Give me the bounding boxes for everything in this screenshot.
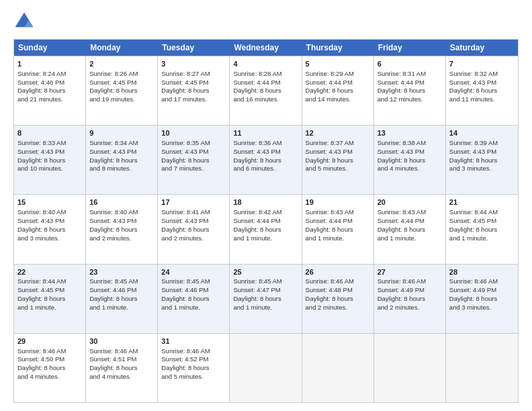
day-info-line: Sunset: 4:45 PM (17, 286, 82, 295)
day-number: 12 (306, 128, 370, 138)
day-info-line: and 5 minutes. (161, 373, 226, 381)
day-info-line: and 2 minutes. (89, 234, 154, 243)
day-info-line: Daylight: 8 hours (17, 87, 82, 95)
day-cell-19: 19Sunrise: 8:43 AMSunset: 4:44 PMDayligh… (302, 195, 374, 263)
calendar-body: 1Sunrise: 8:24 AMSunset: 4:46 PMDaylight… (14, 56, 518, 402)
day-info-line: Sunset: 4:45 PM (89, 79, 154, 87)
empty-cell (230, 334, 302, 402)
empty-cell (302, 334, 374, 402)
day-info-line: Daylight: 8 hours (449, 295, 515, 304)
day-info-line: Sunset: 4:43 PM (449, 148, 515, 156)
day-cell-7: 7Sunrise: 8:32 AMSunset: 4:43 PMDaylight… (446, 56, 518, 125)
day-info-line: and 7 minutes. (161, 165, 226, 173)
calendar-week-4: 22Sunrise: 8:44 AMSunset: 4:45 PMDayligh… (14, 264, 518, 333)
day-info-line: Sunset: 4:43 PM (161, 148, 226, 156)
day-info-line: and 1 minute. (17, 304, 82, 312)
day-info-line: Sunset: 4:44 PM (378, 79, 442, 87)
day-number: 24 (161, 267, 226, 277)
day-info-line: Sunrise: 8:26 AM (89, 70, 154, 79)
day-number: 16 (89, 197, 154, 208)
day-cell-28: 28Sunrise: 8:46 AMSunset: 4:49 PMDayligh… (446, 265, 518, 333)
day-info-line: Sunset: 4:44 PM (306, 79, 370, 87)
day-cell-12: 12Sunrise: 8:37 AMSunset: 4:43 PMDayligh… (302, 126, 374, 194)
day-info-line: Daylight: 8 hours (306, 156, 370, 165)
day-number: 7 (449, 59, 515, 69)
day-cell-24: 24Sunrise: 8:45 AMSunset: 4:46 PMDayligh… (158, 265, 230, 333)
day-info-line: Sunset: 4:43 PM (89, 217, 154, 226)
day-info-line: Sunrise: 8:35 AM (161, 139, 226, 148)
day-info-line: Daylight: 8 hours (449, 87, 515, 95)
day-info-line: Sunset: 4:49 PM (378, 286, 442, 295)
day-info-line: Sunrise: 8:44 AM (17, 277, 82, 286)
day-info-line: Sunrise: 8:45 AM (89, 277, 154, 286)
day-info-line: Sunrise: 8:45 AM (233, 277, 298, 286)
day-info-line: and 2 minutes. (378, 304, 442, 312)
day-number: 25 (233, 267, 298, 277)
day-info-line: Daylight: 8 hours (89, 87, 154, 95)
day-number: 23 (89, 267, 154, 277)
day-of-week-tuesday: Tuesday (158, 40, 230, 56)
page: SundayMondayTuesdayWednesdayThursdayFrid… (0, 0, 532, 411)
day-info-line: Sunrise: 8:40 AM (89, 208, 154, 217)
day-info-line: and 1 minute. (233, 234, 298, 243)
day-info-line: Sunset: 4:43 PM (449, 79, 515, 87)
day-cell-31: 31Sunrise: 8:46 AMSunset: 4:52 PMDayligh… (158, 334, 230, 402)
day-info-line: Daylight: 8 hours (161, 226, 226, 234)
day-cell-6: 6Sunrise: 8:31 AMSunset: 4:44 PMDaylight… (374, 56, 446, 125)
day-info-line: Sunrise: 8:46 AM (378, 277, 442, 286)
day-info-line: Sunset: 4:44 PM (233, 79, 298, 87)
day-info-line: and 17 minutes. (161, 95, 226, 104)
header (13, 11, 519, 32)
day-of-week-wednesday: Wednesday (230, 40, 302, 56)
day-info-line: Daylight: 8 hours (17, 364, 82, 373)
day-info-line: Sunrise: 8:45 AM (161, 277, 226, 286)
day-info-line: Sunrise: 8:41 AM (161, 208, 226, 217)
day-info-line: and 2 minutes. (161, 234, 226, 243)
day-info-line: Sunset: 4:44 PM (233, 217, 298, 226)
day-info-line: Sunrise: 8:46 AM (89, 347, 154, 356)
day-cell-17: 17Sunrise: 8:41 AMSunset: 4:43 PMDayligh… (158, 195, 230, 263)
day-info-line: Daylight: 8 hours (89, 364, 154, 373)
day-number: 19 (306, 197, 370, 208)
day-cell-16: 16Sunrise: 8:40 AMSunset: 4:43 PMDayligh… (86, 195, 158, 263)
day-info-line: Sunset: 4:43 PM (233, 148, 298, 156)
day-info-line: and 11 minutes. (449, 95, 515, 104)
day-number: 15 (17, 197, 82, 208)
day-info-line: Sunrise: 8:28 AM (233, 70, 298, 79)
day-info-line: and 1 minute. (233, 304, 298, 312)
day-number: 1 (17, 59, 82, 69)
day-of-week-saturday: Saturday (446, 40, 518, 56)
day-info-line: Sunrise: 8:32 AM (449, 70, 515, 79)
day-info-line: Sunrise: 8:46 AM (306, 277, 370, 286)
empty-cell (446, 334, 518, 402)
day-number: 11 (233, 128, 298, 138)
day-info-line: Daylight: 8 hours (378, 295, 442, 304)
day-info-line: Daylight: 8 hours (89, 156, 154, 165)
day-info-line: Sunset: 4:48 PM (306, 286, 370, 295)
day-info-line: Sunrise: 8:37 AM (306, 139, 370, 148)
day-info-line: and 3 minutes. (449, 304, 515, 312)
calendar-header: SundayMondayTuesdayWednesdayThursdayFrid… (14, 40, 518, 56)
day-info-line: Daylight: 8 hours (449, 156, 515, 165)
day-info-line: Sunrise: 8:46 AM (161, 347, 226, 356)
day-info-line: Sunset: 4:44 PM (306, 217, 370, 226)
day-info-line: Sunset: 4:47 PM (233, 286, 298, 295)
day-info-line: and 1 minute. (449, 234, 515, 243)
day-info-line: Daylight: 8 hours (161, 364, 226, 373)
day-info-line: Daylight: 8 hours (378, 156, 442, 165)
day-info-line: and 5 minutes. (306, 165, 370, 173)
day-info-line: and 6 minutes. (233, 165, 298, 173)
day-number: 13 (378, 128, 442, 138)
day-cell-29: 29Sunrise: 8:46 AMSunset: 4:50 PMDayligh… (14, 334, 86, 402)
day-info-line: Sunset: 4:43 PM (161, 217, 226, 226)
day-info-line: Sunrise: 8:43 AM (306, 208, 370, 217)
day-cell-23: 23Sunrise: 8:45 AMSunset: 4:46 PMDayligh… (86, 265, 158, 333)
day-info-line: Sunrise: 8:42 AM (233, 208, 298, 217)
day-info-line: Sunrise: 8:34 AM (89, 139, 154, 148)
day-cell-8: 8Sunrise: 8:33 AMSunset: 4:43 PMDaylight… (14, 126, 86, 194)
day-cell-18: 18Sunrise: 8:42 AMSunset: 4:44 PMDayligh… (230, 195, 302, 263)
day-cell-14: 14Sunrise: 8:39 AMSunset: 4:43 PMDayligh… (446, 126, 518, 194)
day-info-line: Sunset: 4:46 PM (161, 286, 226, 295)
day-number: 17 (161, 197, 226, 208)
day-info-line: and 1 minute. (161, 304, 226, 312)
